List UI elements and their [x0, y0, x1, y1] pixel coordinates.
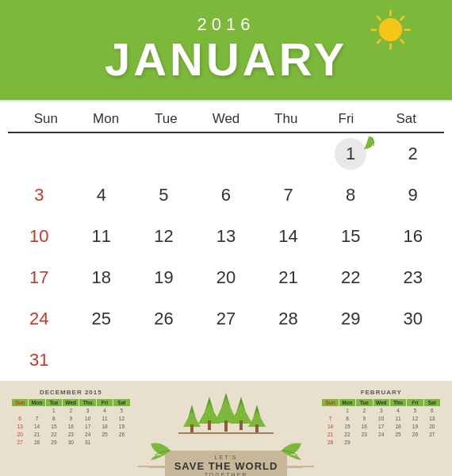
cell-24: 24: [8, 298, 71, 340]
cell-14: 14: [257, 216, 320, 257]
mini-mon: Mon: [29, 399, 44, 406]
cell-21: 21: [257, 257, 320, 298]
cell-empty-4: [195, 133, 258, 175]
day-sat: Sat: [376, 103, 436, 132]
mini-thu: Thu: [79, 399, 95, 406]
prev-month-calendar: DECEMBER 2015 Sun Mon Tue Wed Thu Fri Sa…: [12, 389, 130, 446]
cell-7: 7: [257, 175, 320, 216]
cell-6: 6: [195, 175, 258, 216]
cell-26: 26: [132, 298, 195, 340]
svg-line-4: [377, 17, 381, 20]
svg-rect-21: [239, 420, 243, 430]
year-label: 2016: [197, 14, 255, 35]
cell-10: 10: [8, 216, 71, 257]
svg-rect-12: [190, 424, 193, 432]
cell-4: 4: [71, 175, 133, 216]
prev-month-title: DECEMBER 2015: [12, 389, 130, 396]
cell-empty-5: [257, 133, 320, 175]
mini-wed: Wed: [63, 399, 79, 406]
day-fri: Fri: [316, 103, 377, 132]
cell-16: 16: [381, 216, 444, 257]
mini-sun: Sun: [12, 399, 28, 406]
cell-27: 27: [195, 298, 258, 340]
cell-18: 18: [71, 257, 133, 298]
next-month-grid: Sun Mon Tue Wed Thu Fri Sat 1 2 3 4 5 6 …: [322, 399, 440, 446]
cell-3: 3: [8, 175, 71, 216]
center-decoration: LET'S SAVE THE WORLD TOGETHER: [138, 389, 315, 476]
cell-8: 8: [320, 175, 382, 216]
svg-rect-18: [224, 420, 228, 432]
cell-17: 17: [8, 257, 71, 298]
leaf-icon: [353, 135, 375, 157]
cell-25: 25: [71, 298, 133, 340]
svg-point-9: [382, 21, 400, 39]
cell-30: 30: [381, 298, 444, 340]
month-label: JANUARY: [105, 36, 347, 83]
next-month-title: FEBRUARY: [322, 389, 440, 396]
day-tue: Tue: [136, 103, 196, 132]
svg-line-3: [400, 40, 404, 43]
day-wed: Wed: [196, 103, 256, 132]
together-label: TOGETHER: [174, 472, 278, 476]
prev-month-grid: Sun Mon Tue Wed Thu Fri Sat 1 2 3 4 5 6 …: [12, 399, 130, 446]
svg-rect-15: [208, 420, 211, 430]
cell-empty-8: [195, 340, 258, 381]
cell-31: 31: [8, 340, 71, 381]
cell-empty-11: [381, 340, 444, 381]
calendar-grid: 1 2 3 4 5 6 7 8 9 10 11 12 13 14 15 16 1…: [0, 133, 452, 381]
day-sun: Sun: [16, 103, 76, 132]
svg-rect-24: [255, 424, 259, 432]
cell-empty-6: [71, 340, 133, 381]
footer: DECEMBER 2015 Sun Mon Tue Wed Thu Fri Sa…: [0, 381, 452, 476]
cell-empty-7: [132, 340, 195, 381]
cell-23: 23: [381, 257, 444, 298]
cell-empty-9: [257, 340, 320, 381]
cell-15: 15: [320, 216, 382, 257]
trees-svg: [174, 389, 278, 444]
cell-2: 2: [381, 133, 444, 175]
day-mon: Mon: [76, 103, 136, 132]
cell-22: 22: [320, 257, 382, 298]
cell-29: 29: [320, 298, 382, 340]
mini-tue: Tue: [46, 399, 62, 406]
svg-line-6: [377, 40, 381, 43]
cell-28: 28: [257, 298, 320, 340]
trees-group: [174, 389, 278, 444]
cell-1: 1: [320, 133, 382, 175]
cell-empty-1: [8, 133, 71, 175]
cell-11: 11: [71, 216, 133, 257]
svg-line-1: [400, 17, 404, 20]
days-header: Sun Mon Tue Wed Thu Fri Sat: [8, 103, 444, 133]
cell-20: 20: [195, 257, 258, 298]
cell-13: 13: [195, 216, 258, 257]
banner: LET'S SAVE THE WORLD TOGETHER: [165, 451, 288, 476]
cell-19: 19: [132, 257, 195, 298]
calendar-container: 2016 JANUARY Sun Mon Tue Wed Thu Fri Sat: [0, 0, 452, 476]
cell-9: 9: [381, 175, 444, 216]
mini-fri: Fri: [97, 399, 113, 406]
cell-empty-10: [320, 340, 382, 381]
cell-empty-2: [71, 133, 133, 175]
mini-sat: Sat: [113, 399, 129, 406]
calendar-header: 2016 JANUARY: [0, 0, 452, 100]
day-thu: Thu: [256, 103, 316, 132]
sun-icon: [369, 8, 412, 52]
cell-5: 5: [132, 175, 195, 216]
cell-12: 12: [132, 216, 195, 257]
cell-empty-3: [132, 133, 195, 175]
save-label: SAVE THE WORLD: [174, 460, 278, 472]
next-month-calendar: FEBRUARY Sun Mon Tue Wed Thu Fri Sat 1 2…: [322, 389, 440, 446]
lets-label: LET'S: [174, 455, 278, 460]
